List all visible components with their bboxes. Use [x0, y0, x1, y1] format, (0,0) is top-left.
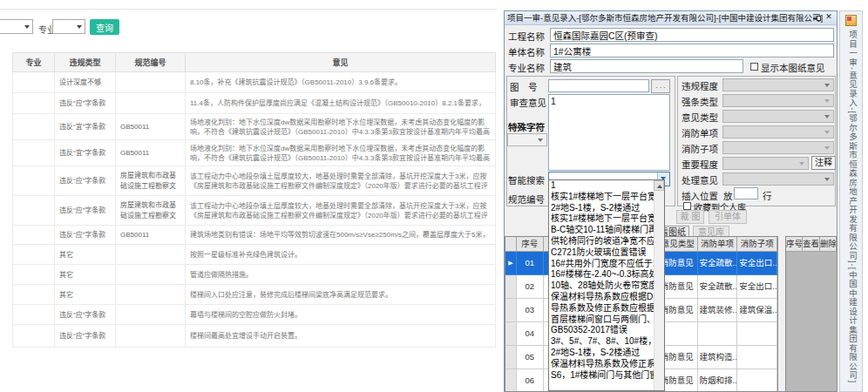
table-row[interactable]: 违反“应”字条款 GB50011 建筑场地类别有错误：场地平均等效剪切波速在50… — [13, 226, 496, 245]
table-row[interactable]: 其它 楼梯间入口处应注意，装修完成后楼梯间梁底净高满足规范要求。 — [13, 285, 496, 305]
window-title: 项目一审-意见录入-[鄂尔多斯市恒森房地产开发有限公司]-[中国中建设计集团有限… — [507, 13, 823, 23]
table-row[interactable]: 其它 按照一星级标准补充绿色建筑设计。 — [13, 245, 496, 265]
dropdown-item[interactable]: 保温材料导热系数及修正系数 — [549, 359, 654, 370]
pin-icon[interactable] — [813, 15, 822, 22]
dropdown-item[interactable]: 核实1#楼梯地下一层平台宽度 — [549, 192, 654, 203]
filter-combo-specialty[interactable] — [52, 19, 85, 34]
dropdown-item[interactable]: S6，1#楼梯间门与其他门窗 — [549, 370, 654, 382]
dropdown-item[interactable]: C2721防火玻璃位置错误 — [549, 247, 654, 259]
drawing-no-label: 图 号 — [510, 80, 538, 93]
table-row[interactable]: 其它 管道应做隔热措施。 — [13, 265, 496, 285]
smart-search-dropdown: 1 核实1#楼梯地下一层平台宽度 2#地S-1楼，S-2楼通过 核实1#楼梯地下… — [548, 179, 665, 391]
favorite-checkbox[interactable] — [683, 202, 691, 210]
scroll-up-icon[interactable] — [654, 180, 664, 191]
code-number-label: 规范编号 — [508, 193, 545, 206]
review-opinion-label: 审查意见 — [510, 96, 546, 109]
row-marker-icon: ▶ — [505, 252, 517, 275]
dropdown-scrollbar[interactable] — [654, 180, 664, 390]
attach-col-delete: 删除 — [820, 237, 837, 252]
col-header-violation-type: 违规类型 — [55, 53, 116, 72]
grid-col-fire-item: 消防单项 — [698, 237, 738, 252]
fire-item-combo[interactable] — [722, 125, 834, 139]
chevron-down-icon — [77, 25, 82, 29]
left-panel-top-border — [0, 9, 497, 10]
project-name-label: 工程名称 — [508, 30, 545, 43]
violation-level-combo[interactable] — [722, 78, 834, 91]
violation-level-label: 违规程度 — [682, 79, 718, 92]
annotate-button[interactable]: 注释 — [811, 156, 836, 170]
special-chars-label: 特殊字符 — [508, 120, 545, 133]
docked-tab-title: 项目一审-意见录入-[鄂尔多斯市恒森房地产开发有限公司]-[中国中建设计集团有限… — [846, 30, 858, 388]
show-sheet-checkbox[interactable] — [750, 63, 758, 71]
dropdown-item[interactable]: 首层楼梯间窗口与两侧门、窗 — [549, 314, 654, 326]
violations-table: 专业 违规类型 规范编号 意见 设计深度不够 8.10条，补充《建筑抗震设计规范… — [12, 52, 496, 348]
attach-col-no: 序号 — [786, 237, 803, 252]
cite-unit-button[interactable]: 引单体 — [709, 210, 747, 224]
chevron-down-icon — [824, 146, 830, 150]
dropdown-item[interactable]: 3#、5#、7#、8#、10#楼，疏 — [549, 336, 654, 348]
special-chars-combo[interactable] — [507, 133, 547, 146]
grid-corner-cell — [505, 237, 517, 252]
insert-line-field[interactable] — [734, 187, 758, 199]
project-name-field[interactable] — [550, 28, 834, 42]
table-row[interactable]: 违反“宜”字条款 GB50011 场地液化判别：地下水位深度dw数据采用勘察时地… — [13, 114, 496, 140]
table-row[interactable]: 设计深度不够 8.10条，补充《建筑抗震设计规范》（GB50011-2010）3… — [13, 72, 496, 93]
unit-name-label: 单体名称 — [508, 45, 545, 58]
dropdown-item[interactable]: 2#地S-1楼，S-2楼通过 — [549, 348, 654, 359]
fire-item-label: 消防单项 — [682, 126, 718, 139]
close-icon[interactable]: ✕ — [824, 12, 834, 21]
fire-subitem-combo[interactable] — [722, 141, 834, 154]
importance-combo[interactable] — [722, 157, 809, 170]
dropdown-item[interactable]: 核实1#楼梯地下一层平台宽度 — [549, 213, 654, 225]
chevron-down-icon — [824, 115, 830, 118]
specialty-name-label: 专业名称 — [508, 61, 545, 74]
query-button[interactable]: 查询 — [90, 19, 119, 35]
col-header-opinion: 意见 — [186, 53, 496, 72]
chevron-down-icon — [24, 25, 30, 29]
dropdown-item[interactable]: 16#楼梯在-2.40~-0.3标高处碰 — [549, 269, 654, 280]
col-header-code: 规范编号 — [116, 53, 186, 72]
form-icon — [845, 15, 857, 26]
dropdown-item[interactable]: 16#共用外门宽度不应低于1.2 — [549, 259, 654, 270]
chevron-down-icon — [538, 139, 543, 142]
dropdown-item[interactable]: B-C轴交10-11轴间楼梯门再二 — [549, 225, 654, 236]
handling-label: 处理意见 — [682, 173, 718, 186]
review-opinion-textarea[interactable]: 1 — [548, 94, 670, 171]
table-row[interactable]: 违反“应”字条款 房屋建筑和市政基础设施工程勘察文件编制深度规定 该工程动力中心… — [13, 196, 496, 226]
mandatory-type-label: 强条类型 — [682, 95, 718, 108]
browse-button[interactable]: . . . — [651, 79, 670, 93]
chevron-down-icon — [799, 162, 804, 166]
dropdown-item[interactable]: 供轮椅同行的坡道净宽不应低 — [549, 236, 654, 247]
dropdown-item[interactable]: 2#地S-1楼，S-2楼通过 — [549, 203, 654, 214]
dropdown-item-list: 1 核实1#楼梯地下一层平台宽度 2#地S-1楼，S-2楼通过 核实1#楼梯地下… — [549, 180, 654, 390]
unit-name-field[interactable] — [550, 44, 834, 57]
opinion-type-label: 意见类型 — [682, 111, 718, 124]
dropdown-item[interactable]: 10轴、28轴处防火卷帘宽度不 — [549, 280, 654, 292]
dropdown-item[interactable]: GB50352-2017错误 — [549, 325, 654, 336]
window-titlebar[interactable]: 项目一审-意见录入-[鄂尔多斯市恒森房地产开发有限公司]-[中国中建设计集团有限… — [505, 11, 837, 25]
specialty-name-field[interactable] — [550, 59, 743, 73]
handling-combo[interactable] — [722, 172, 834, 186]
chevron-down-icon — [824, 99, 830, 103]
dropdown-item[interactable]: 导热系数及修正系数应根据D — [549, 303, 654, 314]
grid-col-no: 序号 — [517, 237, 544, 252]
table-row[interactable]: 违反“宜”字条款 GB50011 场地液化判别：地下水位深度dw数据采用勘察时地… — [13, 140, 496, 166]
opinion-entry-window: 项目一审-意见录入-[鄂尔多斯市恒森房地产开发有限公司]-[中国中建设计集团有限… — [504, 10, 837, 392]
table-row[interactable]: 违反“应”字条款 楼梯间最高处宜增设手动开启装置。 — [13, 325, 496, 348]
dropdown-item[interactable]: 保温材料导热系数应根据DBJ — [549, 292, 654, 303]
docked-tab[interactable]: 项目一审-意见录入-[鄂尔多斯市恒森房地产开发有限公司]-[中国中建设计集团有限… — [839, 10, 863, 392]
attach-col-view: 查看 — [803, 237, 820, 252]
insert-pos-suffix: 行 — [763, 189, 772, 202]
show-sheet-checkbox-label: 显示本图纸意见 — [761, 61, 825, 74]
table-row[interactable]: 违反“应”字条款 11.4条，人防构件保护层厚度尚应满足《混凝土结构设计规范》（… — [13, 93, 496, 114]
smart-search-label: 智能搜索 — [508, 173, 545, 186]
drawing-no-field[interactable] — [548, 79, 649, 92]
table-row[interactable]: 违反“应”字条款 幕墙与楼梯间的空腔应做防火封堵。 — [13, 305, 496, 325]
mandatory-type-combo[interactable] — [722, 94, 834, 107]
table-row[interactable]: 违反“应”字条款 房屋建筑和市政基础设施工程勘察文件编制深度规定 该工程动力中心… — [13, 166, 496, 196]
opinion-type-combo[interactable] — [722, 110, 834, 123]
crop-button[interactable]: 裁 图 — [676, 210, 704, 224]
col-header-specialty: 专业 — [13, 53, 55, 72]
dropdown-item[interactable]: 1 — [549, 180, 654, 192]
filter-combo-first[interactable] — [0, 19, 33, 34]
